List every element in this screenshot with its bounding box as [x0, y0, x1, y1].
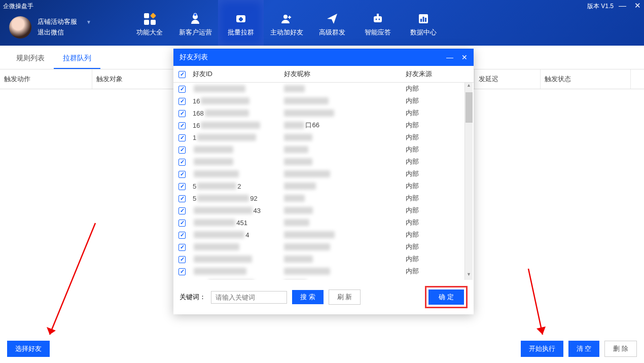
- friend-row[interactable]: 5 2 内部: [173, 180, 474, 192]
- col-friend-nick: 好友昵称: [284, 69, 406, 79]
- row-checkbox[interactable]: [178, 110, 186, 117]
- nav-item-chart[interactable]: 数据中心: [401, 0, 446, 46]
- user-name: 店铺活动客服: [38, 17, 77, 27]
- friend-icon: [279, 13, 294, 25]
- start-button[interactable]: 开始执行: [521, 341, 563, 357]
- row-checkbox[interactable]: [178, 171, 186, 178]
- friend-row[interactable]: 43 内部: [173, 204, 474, 216]
- modal-minimize-icon[interactable]: —: [446, 53, 453, 61]
- select-all-checkbox[interactable]: [178, 71, 186, 78]
- svg-rect-11: [420, 19, 422, 22]
- new-icon: [188, 13, 202, 25]
- scrollbar-thumb[interactable]: [466, 92, 473, 123]
- scroll-down-icon[interactable]: ▼: [465, 272, 473, 280]
- app-title: 企微操盘手: [3, 2, 33, 11]
- scrollbar[interactable]: ▲ ▼: [464, 83, 473, 280]
- nav-item-send[interactable]: 高级群发: [309, 0, 355, 46]
- modal-table-header: 好友ID 好友昵称 好友来源: [173, 66, 474, 83]
- row-checkbox[interactable]: [178, 122, 186, 129]
- refresh-button[interactable]: 刷 新: [329, 289, 361, 305]
- friend-list-modal: 好友列表 — ✕ 好友ID 好友昵称 好友来源 内部 16: [173, 49, 474, 314]
- plus-icon: [234, 13, 248, 25]
- avatar[interactable]: [9, 16, 31, 39]
- search-input[interactable]: [211, 291, 287, 304]
- friend-row[interactable]: 1 内部: [173, 131, 474, 143]
- clear-button[interactable]: 清 空: [568, 341, 600, 357]
- modal-footer: 关键词： 搜 索 刷 新 确 定: [173, 280, 474, 314]
- scroll-up-icon[interactable]: ▲: [465, 83, 473, 91]
- row-checkbox[interactable]: [178, 244, 186, 251]
- row-checkbox[interactable]: [178, 147, 186, 154]
- row-checkbox[interactable]: [178, 183, 186, 190]
- minimize-icon[interactable]: —: [619, 1, 626, 10]
- friend-row[interactable]: 内部: [173, 265, 474, 277]
- friend-row[interactable]: 内部: [173, 143, 474, 156]
- nav-item-new[interactable]: 新客户运营: [172, 0, 218, 46]
- annotation-arrow-right: [523, 269, 564, 347]
- svg-point-7: [376, 19, 377, 20]
- friend-row[interactable]: 内部: [173, 168, 474, 180]
- row-checkbox[interactable]: [178, 134, 186, 141]
- svg-rect-6: [374, 16, 382, 22]
- modal-header[interactable]: 好友列表 — ✕: [173, 49, 474, 66]
- tab[interactable]: 拉群队列: [54, 51, 100, 69]
- table-column-header[interactable]: 触发状态: [541, 69, 631, 89]
- tab[interactable]: 规则列表: [7, 51, 54, 69]
- send-icon: [325, 13, 339, 25]
- nav-item-grid[interactable]: 功能大全: [127, 0, 172, 46]
- chevron-down-icon[interactable]: ▼: [86, 18, 91, 26]
- row-checkbox[interactable]: [178, 232, 186, 239]
- table-column-header[interactable]: 触发动作: [0, 69, 92, 89]
- friend-row[interactable]: 内部: [173, 241, 474, 253]
- svg-marker-17: [536, 326, 546, 335]
- friend-row[interactable]: 内部: [173, 83, 474, 95]
- friend-row[interactable]: 5 92 内部: [173, 192, 474, 204]
- row-checkbox[interactable]: [178, 195, 186, 202]
- svg-point-5: [283, 15, 288, 19]
- search-button[interactable]: 搜 索: [292, 290, 324, 304]
- svg-point-8: [379, 19, 380, 20]
- close-icon[interactable]: ✕: [634, 1, 641, 10]
- friend-row[interactable]: 1688 内部: [173, 277, 474, 280]
- row-checkbox[interactable]: [178, 159, 186, 166]
- main-nav: 功能大全新客户运营批量拉群主动加好友高级群发智能应答数据中心: [127, 0, 446, 46]
- nav-item-plus[interactable]: 批量拉群: [218, 0, 264, 46]
- svg-line-14: [50, 223, 95, 335]
- nav-item-friend[interactable]: 主动加好友: [264, 0, 309, 46]
- svg-rect-13: [425, 18, 426, 22]
- svg-marker-15: [47, 327, 56, 335]
- confirm-button[interactable]: 确 定: [428, 289, 464, 305]
- row-checkbox[interactable]: [178, 98, 186, 105]
- friend-row[interactable]: 内部: [173, 156, 474, 168]
- modal-body[interactable]: 内部 16 内部 168 内部 16 口6: [173, 83, 474, 280]
- modal-close-icon[interactable]: ✕: [461, 53, 468, 61]
- window-controls: — ✕: [619, 1, 641, 10]
- nav-item-bot[interactable]: 智能应答: [355, 0, 401, 46]
- annotation-arrow-left: [45, 223, 100, 347]
- col-friend-source: 好友来源: [406, 69, 474, 79]
- friend-row[interactable]: 168 内部: [173, 107, 474, 119]
- grid-icon: [142, 13, 157, 25]
- footer-bar: 选择好友 开始执行 清 空 删 除: [0, 341, 644, 357]
- row-checkbox[interactable]: [178, 220, 186, 227]
- version-label: 版本 V1.5: [587, 2, 614, 11]
- chart-icon: [416, 13, 431, 25]
- search-label: 关键词：: [180, 293, 206, 302]
- select-friend-button[interactable]: 选择好友: [7, 341, 50, 357]
- friend-row[interactable]: 451 内部: [173, 216, 474, 229]
- modal-title: 好友列表: [180, 53, 208, 62]
- svg-rect-4: [239, 18, 243, 20]
- svg-rect-9: [377, 14, 379, 16]
- friend-row[interactable]: 内部: [173, 253, 474, 265]
- row-checkbox[interactable]: [178, 86, 186, 93]
- titlebar: 企微操盘手 版本 V1.5 — ✕ 店铺活动客服 ▼ 退出微信 功能大全新客户运…: [0, 0, 644, 46]
- table-column-header[interactable]: 发延迟: [475, 69, 541, 89]
- friend-row[interactable]: 16 内部: [173, 95, 474, 107]
- logout-link[interactable]: 退出微信: [38, 27, 91, 38]
- row-checkbox[interactable]: [178, 268, 186, 275]
- delete-button[interactable]: 删 除: [604, 341, 637, 357]
- friend-row[interactable]: 16 口66 内部: [173, 119, 474, 131]
- row-checkbox[interactable]: [178, 256, 186, 263]
- row-checkbox[interactable]: [178, 207, 186, 214]
- friend-row[interactable]: 4 内部: [173, 229, 474, 241]
